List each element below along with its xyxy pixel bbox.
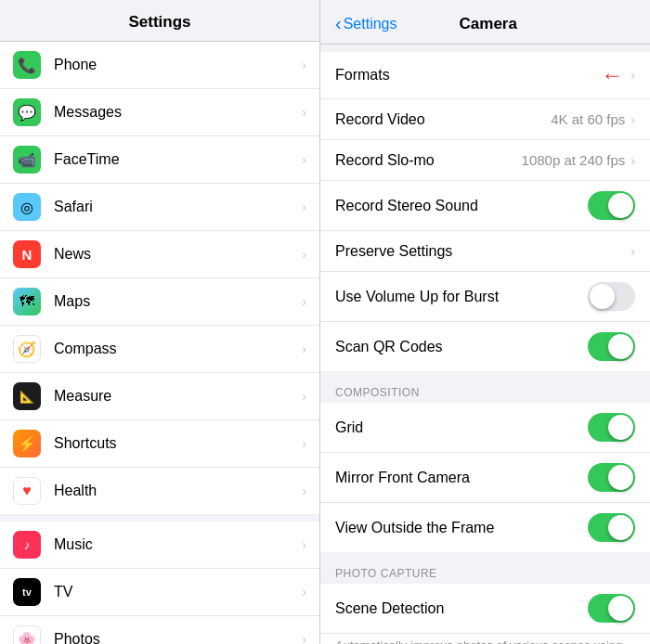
camera-item-label-preserve-settings: Preserve Settings	[335, 243, 630, 260]
camera-item-formats[interactable]: Formats←›	[320, 52, 650, 99]
sidebar-item-news[interactable]: NNews›	[0, 231, 319, 278]
settings-group-1: 📞Phone›💬Messages›📹FaceTime›◎Safari›NNews…	[0, 42, 319, 514]
composition-group: GridMirror Front CameraView Outside the …	[320, 403, 650, 552]
toggle-switch[interactable]	[588, 191, 635, 220]
back-button[interactable]: ‹ Settings	[335, 13, 396, 34]
chevron-icon: ›	[630, 153, 635, 168]
safari-icon: ◎	[13, 193, 41, 221]
camera-item-record-video[interactable]: Record Video4K at 60 fps›	[320, 99, 650, 140]
chevron-icon: ›	[302, 632, 306, 644]
camera-item-record-slomo[interactable]: Record Slo-mo1080p at 240 fps›	[320, 140, 650, 181]
sidebar-item-label-shortcuts: Shortcuts	[54, 435, 302, 452]
chevron-icon: ›	[302, 200, 306, 214]
comp-item-mirror-front[interactable]: Mirror Front Camera	[320, 453, 650, 503]
camera-item-label-volume-burst: Use Volume Up for Burst	[335, 289, 588, 305]
right-header: ‹ Settings Camera	[320, 0, 650, 45]
sidebar-item-label-music: Music	[54, 536, 302, 553]
toggle-switch[interactable]	[588, 513, 635, 542]
chevron-icon: ›	[630, 112, 635, 127]
chevron-icon: ›	[302, 58, 306, 72]
sidebar-item-shortcuts[interactable]: ⚡Shortcuts›	[0, 420, 319, 468]
comp-item-label-grid: Grid	[335, 419, 588, 436]
chevron-icon: ›	[302, 585, 306, 599]
sidebar-item-facetime[interactable]: 📹FaceTime›	[0, 136, 319, 184]
toggle-switch[interactable]	[588, 594, 635, 623]
chevron-icon: ›	[302, 152, 306, 167]
camera-item-value-record-video: 4K at 60 fps	[551, 111, 625, 127]
camera-item-label-record-stereo: Record Stereo Sound	[335, 198, 588, 214]
chevron-icon: ›	[630, 68, 635, 83]
sidebar-item-music[interactable]: ♪Music›	[0, 522, 319, 569]
left-header: Settings	[0, 0, 319, 42]
chevron-icon: ›	[302, 105, 306, 120]
toggle-switch[interactable]	[588, 332, 635, 361]
sidebar-item-maps[interactable]: 🗺Maps›	[0, 278, 319, 326]
camera-item-value-record-slomo: 1080p at 240 fps	[522, 152, 626, 168]
sidebar-item-photos[interactable]: 🌸Photos›	[0, 616, 319, 644]
comp-item-view-outside[interactable]: View Outside the Frame	[320, 503, 650, 552]
chevron-icon: ›	[630, 244, 635, 259]
sidebar-item-phone[interactable]: 📞Phone›	[0, 42, 319, 89]
comp-item-grid[interactable]: Grid	[320, 403, 650, 453]
back-chevron-icon: ‹	[335, 13, 342, 34]
tv-icon: tv	[13, 578, 41, 606]
music-icon: ♪	[13, 531, 41, 559]
compass-icon: 🧭	[13, 335, 41, 363]
camera-item-label-record-slomo: Record Slo-mo	[335, 152, 522, 169]
chevron-icon: ›	[302, 389, 306, 404]
toggle-switch[interactable]	[588, 463, 635, 492]
chevron-icon: ›	[302, 294, 306, 309]
photo-item-scene-detection[interactable]: Scene Detection	[320, 584, 650, 634]
sidebar-item-label-maps: Maps	[54, 293, 302, 310]
sidebar-item-messages[interactable]: 💬Messages›	[0, 89, 319, 136]
toggle-knob	[608, 334, 633, 359]
news-icon: N	[13, 240, 41, 268]
sidebar-item-safari[interactable]: ◎Safari›	[0, 184, 319, 231]
sidebar-item-tv[interactable]: tvTV›	[0, 569, 319, 616]
chevron-icon: ›	[302, 247, 306, 262]
sidebar-item-label-messages: Messages	[54, 104, 302, 121]
camera-item-label-scan-qr: Scan QR Codes	[335, 339, 588, 355]
health-icon: ♥	[13, 477, 41, 505]
sidebar-item-label-health: Health	[54, 483, 302, 499]
toggle-knob	[608, 415, 633, 440]
composition-header: COMPOSITION	[320, 379, 650, 403]
sidebar-item-label-phone: Phone	[54, 57, 302, 73]
camera-item-preserve-settings[interactable]: Preserve Settings›	[320, 231, 650, 272]
shortcuts-icon: ⚡	[13, 430, 41, 457]
camera-settings-panel: ‹ Settings Camera Formats←›Record Video4…	[320, 0, 650, 644]
camera-item-record-stereo[interactable]: Record Stereo Sound	[320, 181, 650, 231]
photo-item-desc-scene-detection: Automatically improve photos of various …	[320, 634, 650, 644]
toggle-knob	[608, 465, 633, 490]
sidebar-item-label-facetime: FaceTime	[54, 151, 302, 168]
settings-left-panel: Settings 📞Phone›💬Messages›📹FaceTime›◎Saf…	[0, 0, 320, 644]
measure-icon: 📐	[13, 382, 41, 410]
camera-item-label-record-video: Record Video	[335, 111, 551, 128]
camera-item-label-formats: Formats	[335, 67, 601, 84]
comp-item-label-view-outside: View Outside the Frame	[335, 520, 588, 536]
toggle-knob	[608, 193, 633, 218]
toggle-knob	[608, 515, 633, 540]
sidebar-item-label-photos: Photos	[54, 631, 302, 644]
facetime-icon: 📹	[13, 146, 41, 174]
left-title: Settings	[128, 13, 190, 31]
toggle-knob	[590, 284, 615, 309]
sidebar-item-health[interactable]: ♥Health›	[0, 468, 319, 514]
sidebar-item-label-tv: TV	[54, 584, 302, 600]
toggle-switch[interactable]	[588, 282, 635, 311]
sidebar-item-label-compass: Compass	[54, 341, 302, 357]
sidebar-item-label-safari: Safari	[54, 199, 302, 215]
camera-item-scan-qr[interactable]: Scan QR Codes	[320, 322, 650, 371]
photos-icon: 🌸	[13, 625, 41, 644]
toggle-switch[interactable]	[588, 413, 635, 442]
right-title: Camera	[396, 15, 579, 33]
photo-item-label-scene-detection: Scene Detection	[335, 600, 588, 617]
sidebar-item-measure[interactable]: 📐Measure›	[0, 373, 319, 420]
camera-item-volume-burst[interactable]: Use Volume Up for Burst	[320, 272, 650, 322]
chevron-icon: ›	[302, 483, 306, 498]
chevron-icon: ›	[302, 436, 306, 451]
sidebar-item-label-news: News	[54, 246, 302, 263]
messages-icon: 💬	[13, 98, 41, 126]
phone-icon: 📞	[13, 51, 41, 79]
sidebar-item-compass[interactable]: 🧭Compass›	[0, 326, 319, 373]
